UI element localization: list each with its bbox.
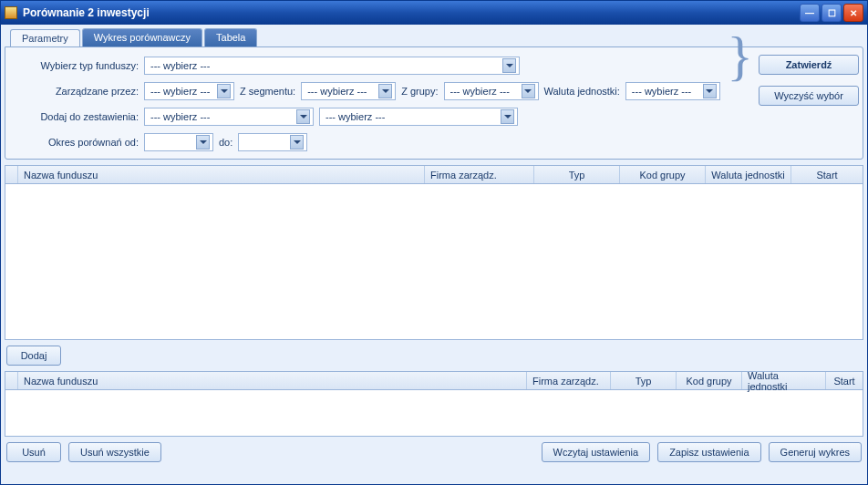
generate-chart-button[interactable]: Generuj wykres: [769, 442, 862, 462]
top-grid-body[interactable]: [5, 184, 863, 339]
remove-button[interactable]: Usuń: [6, 442, 61, 462]
chevron-down-icon: [378, 84, 392, 98]
add-button-bar: Dodaj: [5, 340, 863, 371]
minimize-button[interactable]: —: [800, 4, 820, 22]
add-to-list-combo-1[interactable]: --- wybierz ---: [144, 108, 314, 126]
date-from-combo[interactable]: [144, 133, 213, 151]
col-type[interactable]: Typ: [611, 372, 677, 389]
window-controls: — ☐ ✕: [800, 4, 863, 22]
clear-button[interactable]: Wyczyść wybór: [759, 86, 859, 106]
managed-by-combo[interactable]: --- wybierz ---: [144, 82, 234, 100]
window: Porównanie 2 inwestycji — ☐ ✕ Parametry …: [0, 0, 868, 485]
label-segment: Z segmentu:: [240, 86, 295, 97]
titlebar[interactable]: Porównanie 2 inwestycji — ☐ ✕: [1, 1, 867, 25]
segment-value: --- wybierz ---: [307, 86, 367, 97]
bottom-grid-body[interactable]: [5, 390, 863, 436]
chevron-down-icon: [217, 84, 231, 98]
confirm-button[interactable]: Zatwierdź: [759, 55, 859, 75]
maximize-button[interactable]: ☐: [822, 4, 842, 22]
tab-parametry[interactable]: Parametry: [10, 29, 80, 47]
save-settings-button[interactable]: Zapisz ustawienia: [657, 442, 760, 462]
label-group: Z grupy:: [401, 86, 438, 97]
bottom-button-bar: Usuń Usuń wszystkie Wczytaj ustawienia Z…: [5, 437, 863, 462]
group-value: --- wybierz ---: [450, 86, 510, 97]
date-to-combo[interactable]: [238, 133, 307, 151]
brace-decoration: }: [727, 42, 753, 69]
chevron-down-icon: [296, 109, 310, 124]
col-start[interactable]: Start: [826, 372, 863, 389]
top-grid-header: Nazwa funduszu Firma zarządz. Typ Kod gr…: [5, 166, 863, 184]
app-icon: [5, 6, 17, 19]
window-title: Porównanie 2 inwestycji: [23, 6, 150, 19]
client-area: Parametry Wykres porównawczy Tabela Wybi…: [1, 25, 867, 484]
chevron-down-icon: [290, 135, 304, 150]
titlebar-left: Porównanie 2 inwestycji: [5, 6, 150, 19]
col-unit-currency[interactable]: Waluta jednostki: [742, 372, 826, 389]
fund-type-combo[interactable]: --- wybierz ---: [144, 57, 520, 75]
col-unit-currency[interactable]: Waluta jednostki: [706, 166, 791, 183]
segment-combo[interactable]: --- wybierz ---: [301, 82, 396, 100]
unit-currency-value: --- wybierz ---: [632, 86, 691, 97]
col-group-code[interactable]: Kod grupy: [677, 372, 742, 389]
managed-by-value: --- wybierz ---: [150, 86, 210, 97]
chevron-down-icon: [703, 84, 717, 98]
col-mgmt[interactable]: Firma zarządz.: [527, 372, 611, 389]
bottom-grid-header: Nazwa funduszu Firma zarządz. Typ Kod gr…: [5, 372, 863, 390]
col-type[interactable]: Typ: [534, 166, 620, 183]
col-fund-name[interactable]: Nazwa funduszu: [18, 372, 527, 389]
chevron-down-icon: [501, 109, 514, 124]
load-settings-button[interactable]: Wczytaj ustawienia: [542, 442, 651, 462]
fund-type-value: --- wybierz ---: [150, 60, 210, 71]
add-to-list-value-2: --- wybierz ---: [326, 111, 385, 122]
bottom-grid: Nazwa funduszu Firma zarządz. Typ Kod gr…: [5, 371, 863, 437]
col-fund-name[interactable]: Nazwa funduszu: [18, 166, 425, 183]
chevron-down-icon: [502, 58, 516, 73]
remove-all-button[interactable]: Usuń wszystkie: [68, 442, 161, 462]
close-button[interactable]: ✕: [843, 4, 863, 22]
label-fund-type: Wybierz typ funduszy:: [15, 60, 139, 71]
row-selector-header[interactable]: [5, 372, 18, 389]
add-to-list-value-1: --- wybierz ---: [150, 111, 210, 122]
tab-wykres[interactable]: Wykres porównawczy: [82, 28, 202, 46]
tab-tabela[interactable]: Tabela: [204, 28, 257, 46]
chevron-down-icon: [196, 135, 210, 150]
chevron-down-icon: [522, 84, 535, 98]
col-mgmt[interactable]: Firma zarządz.: [425, 166, 534, 183]
label-managed-by: Zarządzane przez:: [15, 86, 139, 97]
label-to: do:: [219, 137, 232, 148]
parameters-panel: Wybierz typ funduszy: --- wybierz --- Za…: [5, 46, 863, 160]
group-combo[interactable]: --- wybierz ---: [444, 82, 539, 100]
label-add-to-list: Dodaj do zestawienia:: [15, 111, 139, 122]
row-selector-header[interactable]: [5, 166, 18, 183]
unit-currency-combo[interactable]: --- wybierz ---: [625, 82, 720, 100]
col-start[interactable]: Start: [791, 166, 863, 183]
label-compare-from: Okres porównań od:: [15, 137, 139, 148]
right-button-group: } Zatwierdź Wyczyść wybór: [727, 47, 859, 106]
add-button[interactable]: Dodaj: [6, 346, 61, 366]
label-unit-currency: Waluta jednostki:: [544, 86, 620, 97]
top-grid: Nazwa funduszu Firma zarządz. Typ Kod gr…: [5, 165, 863, 340]
add-to-list-combo-2[interactable]: --- wybierz ---: [319, 108, 518, 126]
col-group-code[interactable]: Kod grupy: [620, 166, 706, 183]
